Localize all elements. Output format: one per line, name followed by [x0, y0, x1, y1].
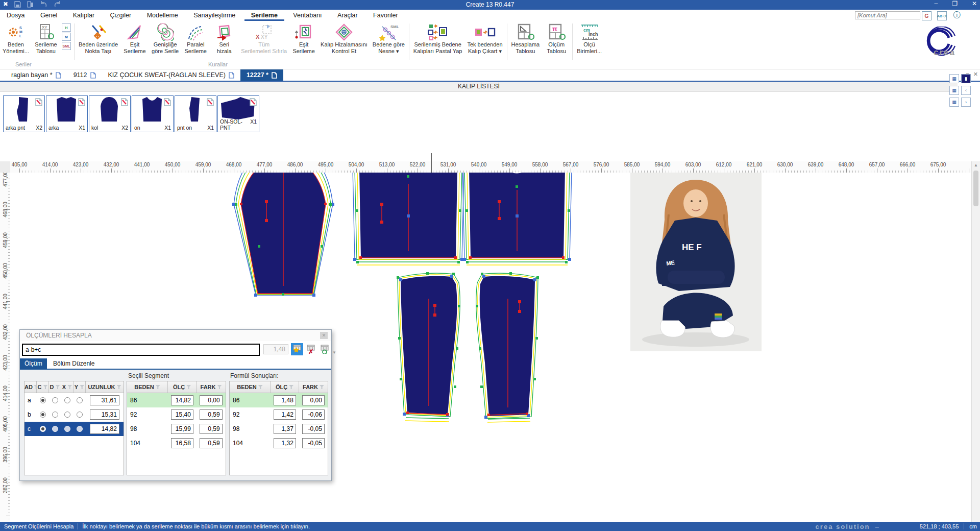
menu-favoriler[interactable]: Favoriler: [366, 10, 405, 20]
thumb-name: kol: [91, 125, 98, 131]
kalip-hizalamasini-kontrol-et-button[interactable]: Kalıp HizalamasınıKontrol Et: [318, 22, 370, 55]
beden-uzerinde-nokta-tasi-button[interactable]: Beden üzerindeNokta Taşı: [76, 22, 120, 55]
table-row[interactable]: b 15,31: [24, 407, 124, 422]
radio-d[interactable]: [52, 426, 58, 432]
dialog-tab-olcum[interactable]: Ölçüm: [20, 358, 47, 369]
formula-input[interactable]: [22, 344, 260, 356]
radio-x[interactable]: [64, 412, 70, 418]
pattern-thumb-on[interactable]: onX1: [132, 95, 174, 132]
table-row[interactable]: 92 1,42 -0,06: [230, 407, 328, 422]
beden-yonetimi-button[interactable]: SML BedenYönetimi...: [0, 22, 32, 55]
delete-formula-icon[interactable]: ✗: [305, 343, 317, 355]
tab-kiz-cocuk-sweat[interactable]: KIZ ÇOCUK SWEAT-(RAGLAN SLEEVE): [102, 69, 240, 81]
pattern-piece-on[interactable]: [462, 173, 572, 265]
pattern-piece-arka-pnt[interactable]: [397, 272, 460, 422]
table-row[interactable]: 92 15,40 0,59: [127, 407, 226, 422]
serileme-tablosu-button[interactable]: XY SerilemeTablosu: [32, 22, 60, 55]
selected-segment-table[interactable]: BEDEN ÖLÇ FARK 86 14,82 0,00 92 15,40 0,…: [127, 381, 226, 475]
menu-modelleme[interactable]: Modelleme: [140, 10, 185, 20]
minimize-icon[interactable]: –: [934, 0, 938, 7]
menu-sanayilestirme[interactable]: Sanayileştirme: [187, 10, 242, 20]
h-ruler-label: 414,00: [35, 161, 65, 167]
radio-d[interactable]: [52, 412, 58, 418]
tab-raglan-bayan[interactable]: raglan bayan *: [5, 69, 67, 81]
radio-x[interactable]: [64, 426, 70, 432]
pattern-piece-kol[interactable]: [232, 173, 334, 297]
esit-serileme-button[interactable]: EşitSerileme: [120, 22, 149, 55]
language-icon[interactable]: G: [922, 11, 932, 20]
seri-hizala-button[interactable]: Serihizala: [210, 22, 238, 55]
serileme-mini-tools[interactable]: H M SML: [60, 22, 72, 51]
ribbon-separator: [507, 23, 507, 60]
altx-shortcut-icon[interactable]: Alt+X: [937, 11, 947, 20]
formula-results-table[interactable]: BEDEN ÖLÇ FARK 86 1,48 0,00 92 1,42 -0,0…: [229, 381, 328, 475]
radio-y[interactable]: [77, 426, 83, 432]
tab-9112[interactable]: 9112: [67, 69, 102, 81]
menu-serileme[interactable]: Serileme: [244, 10, 284, 21]
measure-variables-table[interactable]: AD C D X Y UZUNLUK a 31,61 b: [24, 381, 124, 475]
pattern-piece-arka[interactable]: [353, 173, 464, 265]
chevron-down-icon[interactable]: ▼: [332, 350, 336, 355]
table-row[interactable]: 98 1,37 -0,05: [230, 422, 328, 436]
thumb-name: pnt on: [177, 125, 192, 131]
grading-grid-icon[interactable]: ▦: [949, 74, 959, 83]
paralel-serileme-button[interactable]: ParalelSerileme: [181, 22, 210, 55]
vertical-scrollbar[interactable]: ▲: [971, 161, 980, 522]
table-row[interactable]: 86 14,82 0,00: [127, 393, 226, 407]
table-row[interactable]: 98 15,99 0,59: [127, 422, 226, 436]
maximize-icon[interactable]: ❐: [952, 0, 958, 7]
bedene-gore-nesne-button[interactable]: SML Bedene göreNesne ▾: [370, 22, 407, 55]
pattern-fill-icon[interactable]: ▮: [961, 74, 971, 83]
apply-formula-icon[interactable]: [291, 343, 303, 355]
tab-close-icon[interactable]: ✕: [973, 71, 978, 78]
grading-grid-icon[interactable]: ▦: [949, 86, 959, 95]
table-row[interactable]: 104 1,32 -0,05: [230, 436, 328, 450]
window-title: Create 13 R0.447: [0, 1, 980, 8]
chevron-left-icon[interactable]: ‹: [961, 86, 971, 95]
thumb-name: arka pnt: [6, 125, 25, 131]
tek-bedenden-kalip-cikart-button[interactable]: Tek bedendenKalıp Çıkart ▾: [464, 22, 505, 55]
radio-c[interactable]: [40, 426, 46, 432]
tab-12227-active[interactable]: 12227 *: [240, 69, 283, 81]
radio-x[interactable]: [64, 397, 70, 403]
table-row[interactable]: a 31,61: [24, 393, 124, 407]
info-icon[interactable]: ⓘ: [952, 11, 961, 19]
radio-d[interactable]: [52, 397, 58, 403]
table-row[interactable]: 104 16,58 0,59: [127, 436, 226, 450]
scrollbar-thumb[interactable]: [973, 171, 978, 206]
thumb-count: X2: [121, 125, 128, 131]
radio-c[interactable]: [40, 397, 46, 403]
pattern-piece-pnt-on[interactable]: [476, 272, 539, 422]
olcu-birimleri-button[interactable]: cminch ÖlçüBirimleri...: [574, 22, 604, 55]
menu-dosya[interactable]: Dosya: [0, 10, 31, 20]
serilenmis-bedene-pastal-button[interactable]: Serilenmiş BedeneKalıpları Pastal Yap: [411, 22, 465, 55]
pattern-thumb-on-sol-pnt[interactable]: ON-SOL-PNTX1: [217, 95, 259, 132]
refresh-table-icon[interactable]: [318, 343, 331, 355]
radio-y[interactable]: [77, 397, 83, 403]
olcumleri-hesapla-dialog[interactable]: ÖLÇÜMLERİ HESAPLA ✕ 1,48 ✗ ▼ Ölçüm Bölüm…: [19, 329, 332, 481]
genislige-gore-serile-button[interactable]: Genişliğegöre Serile: [149, 22, 181, 55]
radio-c[interactable]: [40, 412, 46, 418]
esit-serileme-2-button[interactable]: EşitSerileme: [289, 22, 318, 55]
menu-genel[interactable]: Genel: [34, 10, 64, 20]
menu-kaliplar[interactable]: Kalıplar: [66, 10, 101, 20]
table-row[interactable]: 86 1,48 0,00: [230, 393, 328, 407]
pattern-thumb-arka-pnt[interactable]: arka pntX2: [3, 95, 45, 132]
close-icon[interactable]: ✕: [972, 0, 977, 7]
hesaplama-tablosu-button[interactable]: HesaplamaTablosu: [509, 22, 543, 55]
scroll-up-icon[interactable]: ▲: [972, 161, 980, 170]
pattern-thumb-arka[interactable]: arkaX1: [46, 95, 88, 132]
radio-y[interactable]: [77, 412, 83, 418]
chevron-right-icon[interactable]: ›: [961, 98, 971, 107]
pattern-thumb-kol[interactable]: kolX2: [89, 95, 131, 132]
menu-veritabani[interactable]: Veritabanı: [286, 10, 328, 20]
olcum-tablosu-button[interactable]: π ÖlçümTablosu: [542, 22, 571, 55]
pattern-thumb-pnt-on[interactable]: pnt onX1: [175, 95, 216, 132]
grading-grid-icon[interactable]: ▦: [949, 98, 959, 107]
table-row-selected[interactable]: c 14,82: [24, 422, 124, 436]
dialog-tab-bolum-duzenle[interactable]: Bölüm Düzenle: [48, 358, 99, 369]
command-search-input[interactable]: [855, 11, 920, 19]
menu-araclar[interactable]: Araçlar: [331, 10, 364, 20]
menu-cizgiler[interactable]: Çizgiler: [104, 10, 138, 20]
dialog-close-button[interactable]: ✕: [320, 332, 328, 339]
